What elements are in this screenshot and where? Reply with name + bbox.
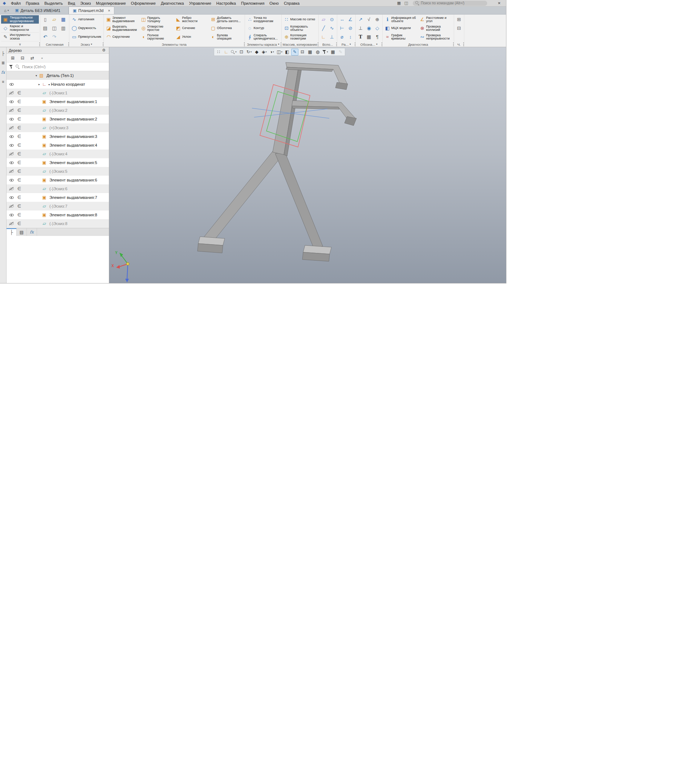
marker-button[interactable]: ◇ [374, 24, 381, 33]
new-document-button[interactable]: ▯ [41, 16, 50, 24]
distance-angle-button[interactable]: ∠ Расстояние и угол [419, 16, 453, 24]
contour-button[interactable]: ◌ Контур [246, 24, 280, 33]
tree-row-sketch-8[interactable]: ∈ ▱ (-)Эскиз:8 [7, 219, 109, 228]
shell-button[interactable]: ▢ Оболочка [209, 24, 244, 33]
tree-row-sketch-5[interactable]: ∈ ▱ (-)Эскиз:5 [7, 167, 109, 176]
tree-row-extrude-3[interactable]: ∈ ▣ Элемент выдавливания:3 [7, 132, 109, 141]
orbit-button[interactable]: ↻ [246, 49, 253, 56]
note-button[interactable]: ¶ [374, 33, 381, 41]
center-mark-button[interactable]: ◉ [365, 24, 373, 33]
display-mode-button[interactable]: ◑ [268, 49, 275, 56]
tree-selection-button[interactable]: ▫ [39, 55, 45, 61]
text-button[interactable]: Т [357, 33, 364, 41]
element-of-icon[interactable]: ∈ [15, 152, 23, 156]
group-label-diagnostics[interactable]: Диагностика [384, 42, 453, 47]
menu-item[interactable]: Настройка [214, 0, 239, 6]
element-of-icon[interactable]: ∈ [15, 212, 23, 217]
linear-dimension-button[interactable]: ⊢ [338, 24, 346, 33]
group-label-system[interactable]: Системная [41, 42, 68, 47]
copy-objects-button[interactable]: ⊡ Копировать объекты [283, 24, 317, 33]
element-of-icon[interactable]: ∈ [15, 204, 23, 209]
print-button[interactable]: ▤ [41, 24, 50, 33]
angle-dimension-button[interactable]: ∠ [347, 16, 354, 24]
cylindrical-spiral-button[interactable]: ∮ Спираль цилиндрическ... [246, 33, 280, 41]
tree-row-extrude-2[interactable]: ∈ ▣ Элемент выдавливания:2 [7, 115, 109, 124]
tree-row-extrude-1[interactable]: ∈ ▣ Элемент выдавливания:1 [7, 97, 109, 106]
visibility-eye-icon[interactable] [8, 168, 15, 174]
clip-surfaces-button[interactable]: ◧ [283, 49, 291, 56]
image-quality-button[interactable]: ▦ [306, 49, 314, 56]
menu-item[interactable]: Управление [186, 0, 214, 6]
menu-item[interactable]: Моделирование [93, 0, 128, 6]
mode-solid-modeling[interactable]: ▣ Твердотельное моделирование [1, 15, 39, 24]
tree-composition-button[interactable]: ⊟ [20, 55, 25, 61]
auto-dimension-button[interactable]: ↔ [338, 16, 346, 24]
visibility-eye-icon[interactable] [8, 107, 15, 113]
tree-row-sketch-6[interactable]: ∈ ▱ (-)Эскиз:6 [7, 184, 109, 193]
menu-item[interactable]: Файл [8, 0, 23, 6]
curvature-graph-button[interactable]: ≈ График кривизны [384, 33, 418, 41]
zoom-button[interactable] [230, 49, 237, 56]
boolean-operation-button[interactable]: ◐ Булева операция [209, 33, 244, 41]
visibility-eye-icon[interactable] [8, 81, 15, 87]
element-of-icon[interactable]: ∈ [15, 125, 23, 130]
visibility-eye-icon[interactable] [8, 116, 15, 122]
tree-tab[interactable]: ├ [7, 228, 17, 236]
menu-item[interactable]: Справка [281, 0, 302, 6]
element-of-icon[interactable]: ∈ [15, 117, 23, 122]
tolerance-button[interactable]: ⊕ [374, 16, 381, 24]
rectangle-button[interactable]: ▭ Прямоугольник [71, 33, 102, 41]
menu-item[interactable]: Правка [23, 0, 42, 6]
visibility-eye-icon[interactable] [8, 212, 15, 218]
group-label-auxiliary[interactable]: Вспо... [320, 42, 336, 47]
visibility-eye-icon[interactable] [8, 194, 15, 200]
measure-grid-button[interactable]: ▦ [329, 49, 336, 56]
visibility-eye-icon[interactable] [8, 160, 15, 166]
visibility-eye-icon[interactable] [8, 72, 15, 78]
menu-item[interactable]: Эскиз [78, 0, 93, 6]
construction-axis-button[interactable]: ╱ [320, 24, 328, 33]
tree-row-extrude-4[interactable]: ∈ ▣ Элемент выдавливания:4 [7, 141, 109, 150]
variables-panel-button[interactable]: fx [1, 70, 6, 75]
components-panel-button[interactable]: ≣ [1, 60, 6, 65]
tree-search-input[interactable] [22, 64, 106, 69]
element-of-icon[interactable]: ∈ [15, 91, 23, 96]
element-of-icon[interactable]: ∈ [15, 186, 23, 191]
menu-item[interactable]: Окно [267, 0, 281, 6]
parameters-tab[interactable]: ▤ [17, 228, 27, 236]
roughness-button[interactable]: √ [365, 16, 373, 24]
interface-layout-icon[interactable]: ▦ [395, 0, 403, 6]
projection-button[interactable]: ⊥ [328, 33, 336, 41]
variables-tab[interactable]: fx [27, 228, 37, 236]
group-label-designations[interactable]: Обозна...▾ [357, 42, 381, 47]
element-of-icon[interactable]: ∈ [15, 195, 23, 200]
add-part-blank-button[interactable]: ⊞ Добавить деталь-загото... [209, 16, 244, 24]
spline-button[interactable]: ∿ [328, 24, 336, 33]
cut-extrude-button[interactable]: ◪ Вырезать выдавливанием [105, 24, 139, 33]
draft-button[interactable]: ◢ Уклон [175, 33, 209, 41]
collision-check-button[interactable]: ⊗ Проверка коллизий [419, 24, 453, 33]
section-button[interactable]: ◩ Сечение [175, 24, 209, 33]
menu-item[interactable]: Выделить [42, 0, 65, 6]
local-cs-ribbon-button[interactable]: ∟ [320, 33, 328, 41]
tree-row-sketch-7[interactable]: ∈ ▱ (-)Эскиз:7 [7, 202, 109, 211]
full-fillet-button[interactable]: ◖ Полное скругление [140, 33, 174, 41]
model-canvas[interactable]: Y X [109, 47, 506, 283]
tree-row-sketch-1[interactable]: ∈ ▱ (-)Эскиз:1 [7, 89, 109, 97]
mode-sketch-tools[interactable]: ✎ Инструменты эскиза [1, 33, 39, 41]
fillet-button[interactable]: ◠ Скругление [105, 33, 139, 41]
element-of-icon[interactable]: ∈ [15, 178, 23, 183]
mode-wireframe-surfaces[interactable]: ◇ Каркас и поверхности [1, 24, 39, 33]
geometry-collection-button[interactable]: ⊕ Коллекция геометрии [283, 33, 317, 41]
tab-detail-bez-imeni1[interactable]: ▣ Деталь БЕЗ ИМЕНИ1 [11, 7, 69, 14]
visibility-eye-icon[interactable] [8, 203, 15, 209]
tree-row-part[interactable]: ▾ ▧ Деталь (Тел-1) [7, 71, 109, 80]
stiffener-rib-button[interactable]: ◣ Ребро жесткости [175, 16, 209, 24]
window-close-button[interactable]: × [494, 0, 504, 6]
extrude-element-button[interactable]: ▣ Элемент выдавливания [105, 16, 139, 24]
drawing-layout-button[interactable]: ⊟ [455, 24, 463, 33]
datum-button[interactable]: ⊥ [357, 24, 364, 33]
add-thickness-button[interactable]: ◫ Придать толщину [140, 16, 174, 24]
open-document-button[interactable]: ▱ [51, 16, 59, 24]
circle-button[interactable]: ◯ Окружность [71, 24, 102, 33]
